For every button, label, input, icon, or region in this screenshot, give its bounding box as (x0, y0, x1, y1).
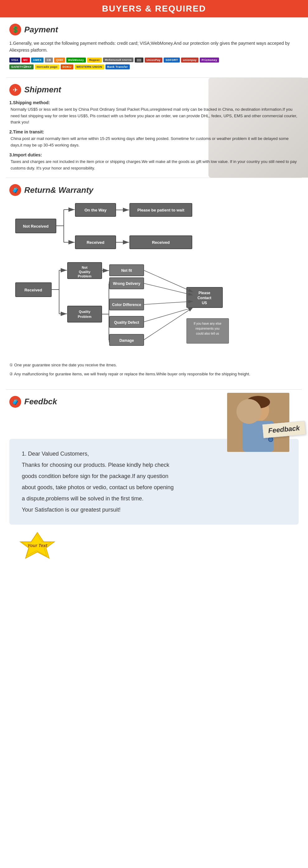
transit-time-text: China post air mail normally item will a… (10, 135, 299, 149)
payment-icon: 💲 (9, 24, 21, 35)
shipping-method-text: Normally US$5 or less will be sent by Ch… (10, 106, 299, 126)
svg-line-39 (144, 301, 193, 305)
webmoney-logo: WebMoney (66, 58, 86, 63)
shipment-content: ✈ Shipment 1.Shipping method: Normally U… (9, 84, 299, 172)
unionpay-logo: UnionPay (145, 58, 163, 63)
payment-description: 1.Generally, we accept the following pay… (9, 40, 299, 54)
svg-text:Not: Not (82, 266, 88, 269)
page-header: BUYERS & REQUIRED (0, 0, 308, 18)
bank-transfer-logo: Bank Transfer (105, 64, 130, 69)
flow-svg: Not Received On the Way Please be patien… (9, 200, 296, 356)
feedback-section: 🧳 Feedbck Feedback 1. Dear Valu (0, 390, 308, 566)
quality-label: Problem (78, 315, 91, 318)
feedback-photo (227, 393, 289, 452)
barcode-logo: ||||| (135, 58, 143, 63)
person-silhouette (227, 393, 289, 452)
feedback-heading: Feedbck (24, 397, 57, 406)
payment-title-row: 💲 Payment (9, 24, 299, 35)
flow-diagram: Not Received On the Way Please be patien… (9, 200, 299, 357)
contact-label: US (202, 301, 207, 305)
svg-text:Contact: Contact (197, 296, 212, 300)
damage-label: Damage (120, 338, 134, 343)
warranty-section: 🧳 Return& Warranty Not Received (0, 178, 308, 390)
mastercard-logo: MC (22, 58, 30, 63)
warranty-heading: Return& Warranty (24, 185, 93, 195)
yandex-logo: Яндекс (87, 58, 102, 63)
unionpay2-logo: unionpay (181, 58, 198, 63)
payment-logos-row1: VISA MC AMEX CB QIWI WebMoney Яндекс Моб… (9, 58, 299, 63)
visa-logo: VISA (9, 58, 20, 63)
svg-text:Please: Please (198, 291, 210, 295)
feedback-line-6: Your Satisfaction is our greatest pursui… (22, 504, 286, 515)
page-title: BUYERS & REQUIRED (0, 4, 308, 14)
received-right-label: Received (152, 240, 170, 245)
feedback-line-4: about goods, take photos or vedio, conta… (22, 482, 286, 493)
warranty-icon: 🧳 (9, 184, 21, 196)
payment-heading: Payment (24, 25, 58, 34)
shipment-section: ✈ Shipment 1.Shipping method: Normally U… (0, 78, 308, 178)
mercado-logo: mercado pago (35, 64, 60, 69)
gold-star-badge: Your Text (9, 531, 65, 559)
transit-time-heading: 2.Time in transit: (9, 129, 299, 134)
feedback-line-5: a dispute,problems will be solved in the… (22, 493, 286, 504)
shipment-icon: ✈ (9, 84, 21, 96)
guarantee-list: ① One year guarantee since the date you … (9, 362, 299, 377)
mobile-logo: Мобильный платеж (103, 58, 134, 62)
not-fit-label: Not fit (121, 269, 132, 273)
not-quality-label: Problem (78, 274, 91, 278)
svg-point-48 (246, 396, 270, 408)
svg-text:Quality: Quality (79, 310, 91, 313)
please-wait-label: Please be patient to wait (137, 208, 185, 212)
western-union-logo: WESTERN UNION (75, 64, 104, 69)
amex-logo: AMEX (31, 58, 43, 63)
quality-defect-label: Quality Defect (114, 320, 140, 325)
svg-line-40 (144, 308, 193, 322)
qiwi-logo: QIWI (54, 58, 65, 63)
feedback-line-3: goods condition before sign for the pack… (22, 470, 286, 482)
shipment-title-row: ✈ Shipment (9, 84, 299, 96)
svg-line-37 (144, 270, 193, 292)
guarantee-text-1: ① One year guarantee since the date you … (9, 362, 117, 369)
cb-logo: CB (45, 58, 53, 63)
import-duties-heading: 3.Import duties: (9, 152, 299, 157)
svg-line-41 (144, 308, 193, 340)
svg-text:requirements you: requirements you (195, 327, 219, 330)
received-bottom-label: Received (24, 288, 42, 292)
guarantee-item-2: ② Any malfunctioning for gurantee items,… (9, 371, 299, 377)
doku-logo: DOKU (61, 64, 73, 69)
payment-logos-row2: SAFETY☑PAY mercado pago DOKU WESTERN UNI… (9, 64, 299, 69)
gold-badge-area: Your Text (9, 531, 299, 560)
svg-rect-20 (67, 306, 102, 322)
warranty-content: 🧳 Return& Warranty Not Received (9, 184, 299, 377)
import-duties-text: Taxes and charges are not included in th… (10, 159, 299, 172)
prizmoney-logo: Prizmoney (200, 58, 219, 63)
safetypay-logo: SAFETY☑PAY (9, 64, 34, 69)
wrong-delivery-label: Wrong Delivery (113, 281, 140, 286)
svg-text:Quality: Quality (79, 270, 91, 274)
guarantee-item-1: ① One year guarantee since the date you … (9, 362, 299, 369)
svg-text:If you have any else: If you have any else (194, 322, 221, 325)
warranty-title-row: 🧳 Return& Warranty (9, 184, 299, 196)
requirements-label: could also tell us (196, 332, 219, 335)
sdfort-logo: SDFORT (164, 58, 180, 63)
payment-section: 💲 Payment 1.Generally, we accept the fol… (0, 18, 308, 78)
svg-text:Your Text: Your Text (27, 543, 48, 548)
on-the-way-label: On the Way (84, 208, 107, 212)
shipping-method-heading: 1.Shipping method: (9, 100, 299, 105)
shipment-heading: Shipment (24, 85, 61, 95)
feedback-badge-text: Feedback (268, 424, 300, 435)
svg-line-38 (144, 283, 193, 295)
color-diff-label: Color Difference (112, 303, 141, 307)
feedback-icon: 🧳 (9, 396, 21, 408)
feedback-image-area: Feedback (227, 393, 302, 461)
thumbtack (268, 437, 273, 442)
guarantee-text-2: ② Any malfunctioning for gurantee items,… (9, 371, 250, 377)
not-received-label: Not Received (23, 224, 49, 228)
received-top-label: Received (87, 240, 104, 245)
